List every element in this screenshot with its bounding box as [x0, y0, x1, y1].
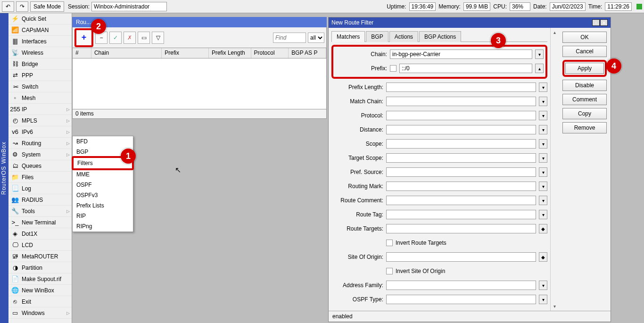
scroll-up-icon[interactable]: ▴: [553, 30, 556, 35]
sidebar-item-ipv6[interactable]: v6IPv6▷: [8, 126, 72, 138]
dropdown-icon[interactable]: ▾: [539, 281, 547, 290]
enable-button[interactable]: ✓: [109, 32, 122, 44]
column-header-cell[interactable]: Protocol: [251, 48, 289, 58]
forward-button[interactable]: ↷: [16, 1, 28, 12]
comment-button[interactable]: Comment: [562, 94, 607, 105]
ok-button[interactable]: OK: [562, 32, 607, 43]
dropdown-icon[interactable]: ▾: [539, 111, 547, 120]
field-input[interactable]: [390, 50, 532, 59]
back-button[interactable]: ↶: [2, 1, 14, 12]
dropdown-icon[interactable]: ▾: [539, 153, 547, 163]
dropdown-icon[interactable]: ▾: [539, 97, 547, 106]
scroll-indicator[interactable]: ▴ ▾: [550, 28, 559, 311]
column-header-cell[interactable]: BGP AS P: [289, 48, 326, 58]
submenu-item-rip[interactable]: RIP: [73, 211, 133, 221]
dropdown-icon[interactable]: ▾: [535, 50, 544, 59]
sidebar-item-ip[interactable]: 255IP▷: [8, 104, 72, 115]
field-input[interactable]: [399, 64, 532, 73]
tab-bgp[interactable]: BGP: [366, 31, 388, 42]
add-button[interactable]: +: [74, 28, 93, 47]
checkbox[interactable]: [386, 240, 393, 246]
dropdown-icon[interactable]: ▾: [539, 125, 547, 134]
sidebar-item-new-terminal[interactable]: >_New Terminal: [8, 217, 72, 228]
field-input[interactable]: [386, 210, 536, 219]
field-input[interactable]: [386, 83, 536, 92]
sidebar-item-log[interactable]: 📃Log: [8, 183, 72, 194]
sidebar-item-exit[interactable]: ⎋Exit: [8, 296, 72, 307]
sidebar-item-ppp[interactable]: ⇄PPP: [8, 70, 72, 81]
sidebar-item-wireless[interactable]: 📡Wireless: [8, 47, 72, 58]
sidebar-item-switch[interactable]: ⫘Switch: [8, 81, 72, 92]
field-input[interactable]: [386, 125, 536, 134]
submenu-item-ripng[interactable]: RIPng: [73, 221, 133, 232]
dropdown-icon[interactable]: ▾: [539, 83, 547, 92]
sidebar-item-routing[interactable]: ↝Routing▷: [8, 138, 72, 149]
tab-matchers[interactable]: Matchers: [331, 31, 365, 42]
field-input[interactable]: [386, 224, 536, 233]
sidebar-item-files[interactable]: 📁Files: [8, 172, 72, 183]
dropdown-icon[interactable]: ▾: [539, 210, 547, 219]
sidebar-item-radius[interactable]: 👥RADIUS: [8, 194, 72, 206]
sidebar-item-mesh[interactable]: ◦Mesh: [8, 92, 72, 104]
field-input[interactable]: [386, 97, 536, 106]
field-input[interactable]: [386, 111, 536, 120]
field-input[interactable]: [386, 196, 536, 205]
column-header-cell[interactable]: Chain: [91, 48, 162, 58]
field-input[interactable]: [386, 153, 536, 163]
field-input[interactable]: [386, 281, 536, 290]
tab-bgp-actions[interactable]: BGP Actions: [419, 31, 461, 42]
remove-button[interactable]: Remove: [562, 122, 607, 133]
submenu-item-ospfv3[interactable]: OSPFv3: [73, 190, 133, 200]
dropdown-icon[interactable]: ▾: [539, 139, 547, 149]
sidebar-item-system[interactable]: ⚙System▷: [8, 149, 72, 160]
sidebar-item-make-supout-rif[interactable]: 📄Make Supout.rif: [8, 273, 72, 285]
sidebar-item-metarouter[interactable]: 🖳MetaROUTER: [8, 251, 72, 262]
close-icon[interactable]: ✕: [600, 19, 608, 26]
column-header-cell[interactable]: #: [73, 48, 91, 58]
sidebar-item-interfaces[interactable]: 🀫Interfaces: [8, 36, 72, 47]
submenu-item-ospf[interactable]: OSPF: [73, 180, 133, 190]
checkbox[interactable]: [386, 268, 393, 274]
cancel-button[interactable]: Cancel: [562, 46, 607, 57]
sidebar-item-mpls[interactable]: ◴MPLS▷: [8, 115, 72, 126]
dropdown-icon[interactable]: ▾: [539, 182, 547, 191]
sidebar-item-queues[interactable]: 🗂Queues: [8, 160, 72, 172]
submenu-item-mme[interactable]: MME: [73, 169, 133, 180]
apply-button[interactable]: Apply: [565, 63, 604, 74]
sidebar-item-quick-set[interactable]: ⚡Quick Set: [8, 13, 72, 25]
sidebar-item-capsman[interactable]: 📶CAPsMAN: [8, 25, 72, 36]
dropdown-icon[interactable]: ◆: [539, 252, 547, 262]
submenu-item-prefix-lists[interactable]: Prefix Lists: [73, 200, 133, 211]
scroll-down-icon[interactable]: ▾: [553, 304, 556, 309]
sidebar-item-windows[interactable]: ▭Windows▷: [8, 307, 72, 319]
filter-funnel-button[interactable]: ▽: [152, 32, 164, 44]
field-input[interactable]: [386, 252, 536, 262]
field-input[interactable]: [386, 167, 536, 177]
tab-actions[interactable]: Actions: [389, 31, 418, 42]
sidebar-item-dot1x[interactable]: ◈Dot1X: [8, 228, 72, 240]
sidebar-item-bridge[interactable]: ⛓Bridge: [8, 58, 72, 70]
dropdown-icon[interactable]: ▴: [535, 64, 544, 73]
comment-icon-button[interactable]: ▭: [138, 32, 150, 44]
sidebar-item-tools[interactable]: 🔧Tools▷: [8, 206, 72, 217]
field-input[interactable]: [386, 182, 536, 191]
disable-button[interactable]: ✗: [124, 32, 136, 44]
field-input[interactable]: [386, 295, 536, 304]
safe-mode-button[interactable]: Safe Mode: [30, 1, 64, 12]
dialog-titlebar[interactable]: New Route Filter ▫ ✕: [329, 17, 611, 28]
column-header-cell[interactable]: Prefix Length: [209, 48, 251, 58]
column-header-cell[interactable]: Prefix: [162, 48, 209, 58]
dropdown-icon[interactable]: ▾: [539, 196, 547, 205]
sidebar-item-lcd[interactable]: 🖵LCD: [8, 240, 72, 251]
sidebar-item-partition[interactable]: ◑Partition: [8, 262, 72, 273]
find-input[interactable]: [273, 33, 306, 43]
field-input[interactable]: [386, 139, 536, 149]
disable-button[interactable]: Disable: [562, 80, 607, 91]
dropdown-icon[interactable]: ▾: [539, 295, 547, 304]
all-select[interactable]: all: [308, 33, 324, 43]
dropdown-icon[interactable]: ▾: [539, 167, 547, 177]
checkbox[interactable]: [390, 65, 396, 72]
sidebar-item-new-winbox[interactable]: 🌐New WinBox: [8, 285, 72, 296]
dropdown-icon[interactable]: ◆: [539, 224, 547, 233]
minimize-icon[interactable]: ▫: [592, 19, 600, 26]
